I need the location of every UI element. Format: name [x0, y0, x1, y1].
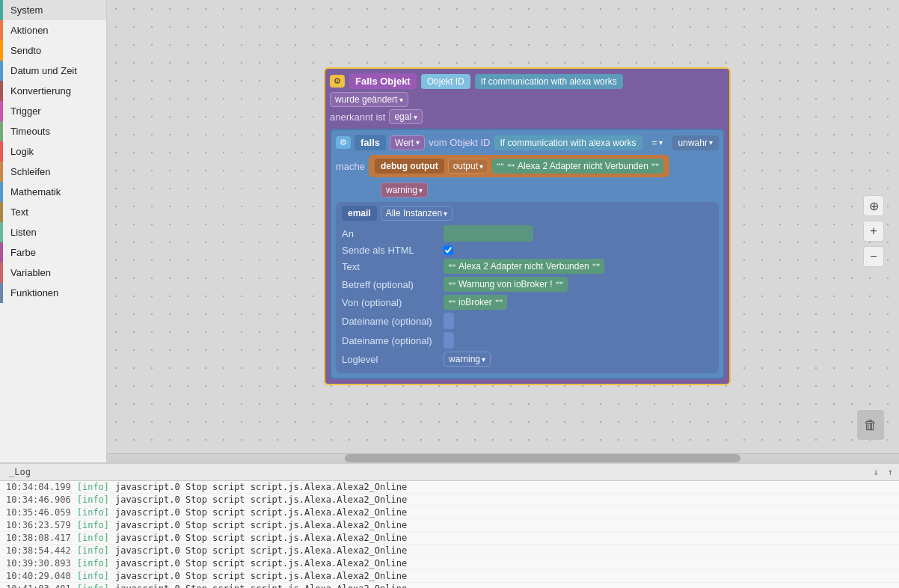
log-icon-1[interactable]: ↓ [871, 465, 882, 479]
log-level: [info] [77, 558, 109, 569]
log-row: 10:35:46.059[info]javascript.0 Stop scri… [0, 506, 899, 519]
log-msg: javascript.0 Stop script script.js.Alexa… [115, 533, 407, 543]
betreff-label: Betreff (optional) [342, 279, 439, 290]
log-time: 10:38:08.417 [6, 533, 71, 543]
text-quote-open: ❝❝ [448, 263, 455, 271]
canvas-scrollbar[interactable] [107, 453, 899, 462]
log-msg: javascript.0 Stop script script.js.Alexa… [115, 571, 407, 581]
falls-objekt-value: If communication with alexa works [475, 74, 623, 89]
log-icon-2[interactable]: ↑ [885, 465, 896, 479]
sidebar-item-text[interactable]: Text [0, 202, 106, 222]
sidebar-item-listen[interactable]: Listen [0, 222, 106, 242]
dateiname2-label: Dateiname (optional) [342, 335, 439, 346]
compass-icon: ⊕ [869, 199, 879, 213]
sidebar-item-farbe[interactable]: Farbe [0, 242, 106, 263]
loglevel-row: Loglevel warning [342, 352, 713, 367]
sende-html-checkbox[interactable] [444, 245, 453, 255]
inner-vom-value: If communication with alexa works [494, 135, 642, 150]
betreff-row: Betreff (optional) ❝❝ Warnung von ioBrok… [342, 277, 713, 292]
sidebar-item-konvertierung[interactable]: Konvertierung [0, 81, 106, 101]
zoom-controls: ⊕ + − [863, 195, 884, 267]
log-row: 10:38:08.417[info]javascript.0 Stop scri… [0, 532, 899, 545]
unwahr-dropdown[interactable]: unwahr [672, 135, 719, 150]
debug-string-value: ❝❝ Alexa 2 Adapter nicht Verbunden ❞❞ [492, 159, 663, 174]
sidebar-item-schleifen[interactable]: Schleifen [0, 162, 106, 182]
gear-inner-icon[interactable]: ⚙ [336, 136, 351, 149]
log-level: [info] [77, 507, 109, 518]
von-quote-close: ❞❞ [495, 298, 503, 307]
log-msg: javascript.0 Stop script script.js.Alexa… [115, 494, 407, 505]
von-value: ❝❝ ioBroker ❞❞ [444, 295, 507, 310]
von-quote-open: ❝❝ [448, 298, 455, 307]
log-row: 10:39:30.893[info]javascript.0 Stop scri… [0, 557, 899, 570]
an-value [444, 225, 533, 242]
sidebar-item-funktionen[interactable]: Funktionen [0, 283, 106, 303]
log-msg: javascript.0 Stop script script.js.Alexa… [115, 520, 407, 530]
warning-dropdown[interactable]: warning [381, 183, 428, 197]
sidebar-item-logik[interactable]: Logik [0, 141, 106, 162]
log-row: 10:34:46.906[info]javascript.0 Stop scri… [0, 494, 899, 506]
eq-dropdown[interactable]: = [646, 135, 669, 150]
loglevel-dropdown[interactable]: warning [444, 352, 491, 367]
instanzen-dropdown[interactable]: Alle Instanzen [381, 206, 452, 221]
wert-dropdown[interactable]: Wert [390, 135, 425, 150]
plus-icon: + [870, 224, 877, 238]
sidebar-item-aktionen[interactable]: Aktionen [0, 20, 106, 40]
log-time: 10:40:29.040 [6, 571, 71, 581]
log-tab[interactable]: _Log [3, 465, 37, 479]
debug-output-block: debug output output ❝❝ Alexa 2 Adapter n… [369, 155, 669, 177]
log-time: 10:34:46.906 [6, 494, 71, 505]
objekt-id-connector: Objekt ID [421, 74, 470, 89]
sidebar-item-system[interactable]: System [0, 0, 106, 20]
scrollbar-thumb[interactable] [345, 454, 741, 462]
log-msg: javascript.0 Stop script script.js.Alexa… [115, 482, 407, 492]
zoom-in-button[interactable]: + [863, 221, 884, 242]
log-level: [info] [77, 533, 109, 543]
sidebar-item-datum[interactable]: Datum und Zeit [0, 61, 106, 81]
zoom-out-button[interactable]: − [863, 246, 884, 267]
loglevel-label: Loglevel [342, 354, 439, 365]
log-msg: javascript.0 Stop script script.js.Alexa… [115, 545, 407, 556]
sidebar-item-mathematik[interactable]: Mathematik [0, 182, 106, 202]
email-block: email Alle Instanzen An [336, 202, 719, 373]
sidebar-item-timeouts[interactable]: Timeouts [0, 121, 106, 141]
email-an-row: An [342, 225, 713, 242]
log-area: _Log ↓ ↑ 10:34:04.199[info]javascript.0 … [0, 462, 899, 588]
sidebar-item-sendto[interactable]: Sendto [0, 40, 106, 61]
dateiname2-row: Dateiname (optional) [342, 332, 713, 349]
log-row: 10:38:54.442[info]javascript.0 Stop scri… [0, 545, 899, 557]
compass-button[interactable]: ⊕ [863, 195, 884, 216]
debug-output-label: debug output [375, 159, 444, 174]
egal-dropdown[interactable]: egal [389, 109, 423, 124]
sidebar: SystemAktionenSendtoDatum und ZeitKonver… [0, 0, 107, 462]
sidebar-item-trigger[interactable]: Trigger [0, 101, 106, 121]
log-msg: javascript.0 Stop script script.js.Alexa… [115, 584, 407, 588]
debug-dropdown[interactable]: output [448, 159, 488, 174]
text-quote-close: ❞❞ [592, 263, 600, 271]
minus-icon: − [870, 250, 877, 263]
text-value: ❝❝ Alexa 2 Adapter nicht Verbunden ❞❞ [444, 259, 604, 274]
sidebar-item-variablen[interactable]: Variablen [0, 263, 106, 283]
trash-button[interactable]: 🗑 [857, 410, 884, 440]
log-row: 10:36:23.579[info]javascript.0 Stop scri… [0, 519, 899, 532]
log-time: 10:41:03.481 [6, 584, 71, 588]
log-level: [info] [77, 584, 109, 588]
log-level: [info] [77, 545, 109, 556]
falls-objekt-title: Falls Objekt [349, 73, 417, 89]
log-time: 10:38:54.442 [6, 545, 71, 556]
log-rows: 10:34:04.199[info]javascript.0 Stop scri… [0, 481, 899, 588]
log-row: 10:41:03.481[info]javascript.0 Stop scri… [0, 583, 899, 588]
log-time: 10:35:46.059 [6, 507, 71, 518]
quote-close-icon: ❞❞ [651, 162, 659, 171]
text-label: Text [342, 261, 439, 272]
quote-open-icon: ❝❝ [507, 162, 515, 171]
vom-objekt-id-label: vom Objekt ID [429, 137, 490, 148]
log-header: _Log ↓ ↑ [0, 464, 899, 481]
log-time: 10:39:30.893 [6, 558, 71, 569]
wurde-geaendert-dropdown[interactable]: wurde geändert [330, 92, 408, 107]
log-time: 10:34:04.199 [6, 482, 71, 492]
block-falls-inner: ⚙ falls Wert vom Objekt ID If communicat… [330, 129, 725, 379]
block-falls-objekt: ⚙ Falls Objekt Objekt ID If communicatio… [324, 67, 731, 385]
gear-icon[interactable]: ⚙ [330, 75, 345, 88]
log-msg: javascript.0 Stop script script.js.Alexa… [115, 558, 407, 569]
